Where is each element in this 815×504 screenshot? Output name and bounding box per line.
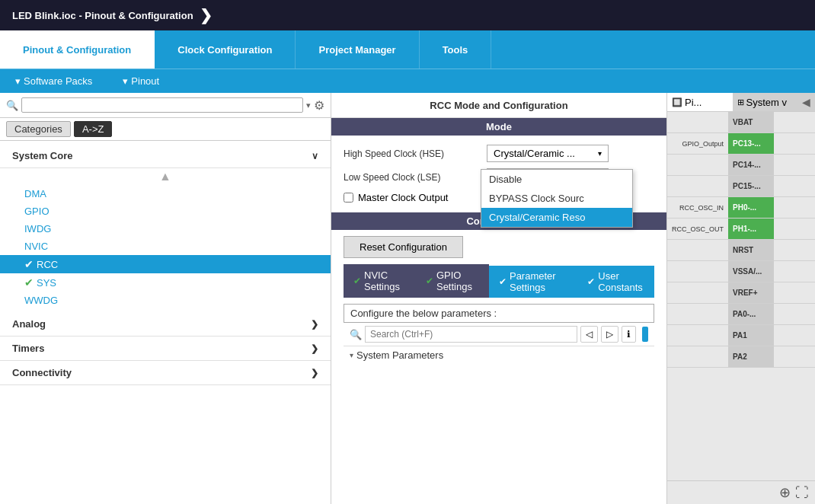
hse-dropdown-menu: Disable BYPASS Clock Sourc Crystal/Ceram… (481, 169, 633, 228)
params-check-icon: ✔ (499, 276, 507, 287)
hse-select[interactable]: Crystal/Ceramic ... ▾ (487, 145, 609, 162)
settings-tabs: ✔ NVIC Settings ✔ GPIO Settings ✔ Parame… (344, 264, 654, 298)
user-check-icon: ✔ (587, 276, 595, 287)
tab-clock-config[interactable]: Clock Configuration (155, 30, 296, 69)
params-search-row: 🔍 ◁ ▷ ℹ (344, 323, 654, 346)
pin-row-vbat: VBAT (667, 112, 815, 133)
dropdown-item-disable[interactable]: Disable (481, 170, 632, 189)
sidebar-search-icon: 🔍 (6, 100, 18, 111)
pin-pc15[interactable]: PC15-... (728, 176, 774, 196)
title-arrow: ❯ (200, 6, 213, 24)
lse-label: Low Speed Clock (LSE) (344, 172, 481, 183)
main-tabs: Pinout & Configuration Clock Configurati… (0, 30, 815, 69)
params-search-icon: 🔍 (350, 329, 362, 340)
hse-row: High Speed Clock (HSE) Crystal/Ceramic .… (344, 145, 654, 162)
pin-row-pc15: PC15-... (667, 176, 815, 197)
sidebar-item-rcc[interactable]: ✔ RCC (0, 255, 331, 273)
sidebar-item-dma[interactable]: DMA (0, 185, 331, 203)
pin-tab-system[interactable]: ⊞ System v (733, 93, 798, 111)
sub-tabs: ▾ Software Packs ▾ Pinout (0, 69, 815, 93)
pin-row-vssa: VSSA/... (667, 261, 815, 282)
pin-pc14[interactable]: PC14-... (728, 155, 774, 175)
dropdown-item-crystal[interactable]: Crystal/Ceramic Reso (481, 208, 632, 227)
sidebar-item-gpio[interactable]: GPIO (0, 203, 331, 220)
pin-view-collapse-button[interactable]: ◀ (797, 93, 815, 111)
pin-tab-pi[interactable]: 🔲 Pi... (667, 93, 733, 111)
pin-row-pc14: PC14-... (667, 155, 815, 176)
prev-nav-button[interactable]: ◁ (580, 326, 598, 343)
dropdown-item-bypass[interactable]: BYPASS Clock Sourc (481, 189, 632, 208)
category-system-core[interactable]: System Core ∨ (0, 144, 331, 168)
content-area: 🔍 ▾ ⚙ Categories A->Z System Core ∨ ▲ (0, 93, 815, 504)
gpio-check-icon: ✔ (426, 276, 433, 286)
pin-ph1[interactable]: PH1-... (728, 219, 774, 239)
filter-tab-categories[interactable]: Categories (6, 121, 71, 137)
sidebar-item-iwdg[interactable]: IWDG (0, 220, 331, 238)
sidebar-gear-icon[interactable]: ⚙ (314, 98, 324, 113)
next-nav-button[interactable]: ▷ (601, 326, 618, 343)
category-connectivity[interactable]: Connectivity ❯ (0, 361, 331, 385)
tab-pinout-config[interactable]: Pinout & Configuration (0, 30, 155, 69)
sidebar-dropdown-arrow[interactable]: ▾ (306, 100, 311, 110)
pin-vbat[interactable]: VBAT (728, 112, 774, 132)
pin-list: VBAT GPIO_Output PC13-... PC14-... PC15-… (667, 112, 815, 480)
main-panel: RCC Mode and Configuration Mode High Spe… (331, 93, 666, 504)
reset-config-button[interactable]: Reset Configuration (344, 236, 463, 258)
master-clock-label: Master Clock Output (358, 192, 449, 203)
zoom-in-button[interactable]: ⊕ (779, 484, 791, 501)
sys-check-icon: ✔ (24, 276, 34, 289)
title-bar: LED Blink.ioc - Pinout & Configuration ❯ (0, 0, 815, 30)
fit-screen-button[interactable]: ⛶ (795, 485, 809, 501)
sidebar: 🔍 ▾ ⚙ Categories A->Z System Core ∨ ▲ (0, 93, 331, 504)
zoom-controls: ⊕ ⛶ (667, 480, 815, 504)
sidebar-item-sys[interactable]: ✔ SYS (0, 273, 331, 292)
pin-row-pa2: PA2 (667, 346, 815, 368)
filter-tab-atoz[interactable]: A->Z (74, 121, 113, 137)
pin-pa2[interactable]: PA2 (728, 346, 774, 367)
pin-pa1[interactable]: PA1 (728, 325, 774, 346)
subtab-software-packs[interactable]: ▾ Software Packs (0, 69, 107, 93)
rcc-check-icon: ✔ (24, 258, 34, 270)
scroll-handle[interactable] (642, 327, 648, 342)
sidebar-list: System Core ∨ ▲ DMA GPIO IWDG NVIC ✔ RCC (0, 141, 331, 504)
pin-row-ph0: RCC_OSC_IN PH0-... (667, 197, 815, 219)
pin-row-pa0: PA0-... (667, 304, 815, 325)
system-params-row[interactable]: ▾ System Parameters (344, 346, 654, 364)
pin-row-pa1: PA1 (667, 325, 815, 346)
mode-section-header: Mode (331, 118, 666, 136)
pin-row-ph1: RCC_OSC_OUT PH1-... (667, 219, 815, 240)
pin-nrst[interactable]: NRST (728, 240, 774, 260)
tab-user-constants[interactable]: ✔ User Constants (577, 266, 654, 298)
sidebar-search-input[interactable] (21, 97, 303, 113)
master-clock-checkbox[interactable] (344, 193, 353, 203)
params-search-input[interactable] (365, 326, 577, 343)
pin-row-vref: VREF+ (667, 282, 815, 304)
pin-pc13[interactable]: PC13-... (728, 133, 774, 154)
subtab-pinout[interactable]: ▾ Pinout (107, 69, 174, 93)
pin-row-nrst: NRST (667, 240, 815, 261)
params-header: Configure the below parameters : (344, 304, 654, 323)
sidebar-search-row: 🔍 ▾ ⚙ (0, 93, 331, 118)
tab-nvic-settings[interactable]: ✔ NVIC Settings (344, 264, 416, 298)
category-timers[interactable]: Timers ❯ (0, 337, 331, 361)
pin-row-pc13: GPIO_Output PC13-... (667, 133, 815, 155)
collapse-arrow-icon: ▾ (350, 351, 353, 359)
pin-pa0[interactable]: PA0-... (728, 304, 774, 324)
pin-ph0[interactable]: PH0-... (728, 197, 774, 218)
info-button[interactable]: ℹ (622, 326, 636, 343)
sidebar-item-nvic[interactable]: NVIC (0, 238, 331, 255)
tab-parameter-settings[interactable]: ✔ Parameter Settings (489, 266, 577, 298)
nvic-check-icon: ✔ (353, 276, 361, 286)
sidebar-item-wwdg[interactable]: WWDG (0, 292, 331, 309)
pin-vssa[interactable]: VSSA/... (728, 261, 774, 282)
sidebar-filter-tabs: Categories A->Z (0, 118, 331, 141)
config-content: Reset Configuration ✔ NVIC Settings ✔ GP… (331, 230, 666, 370)
tab-project-manager[interactable]: Project Manager (296, 30, 419, 69)
mode-content: High Speed Clock (HSE) Crystal/Ceramic .… (331, 136, 666, 212)
pin-tabs: 🔲 Pi... ⊞ System v ◀ (667, 93, 815, 112)
tab-tools[interactable]: Tools (420, 30, 492, 69)
category-analog[interactable]: Analog ❯ (0, 312, 331, 337)
pin-view: 🔲 Pi... ⊞ System v ◀ VBAT GPIO_Output PC… (666, 93, 815, 504)
pin-vref[interactable]: VREF+ (728, 282, 774, 303)
tab-gpio-settings[interactable]: ✔ GPIO Settings (416, 264, 489, 298)
